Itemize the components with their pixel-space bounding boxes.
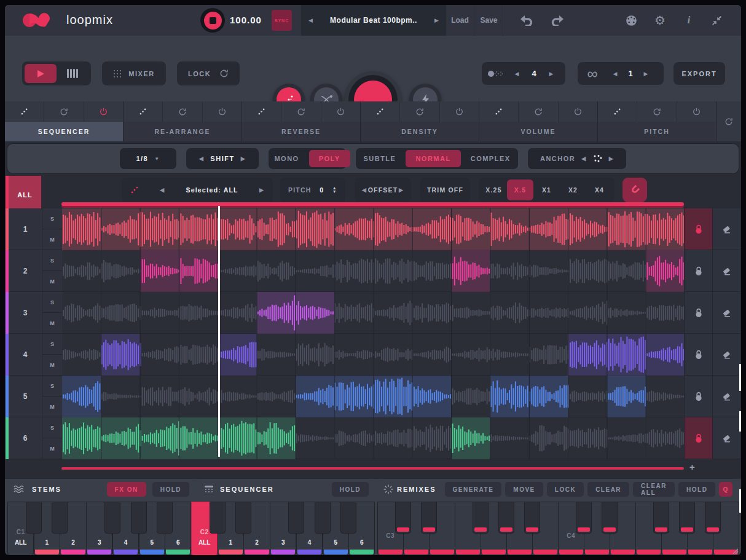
track-erase-button[interactable]	[712, 292, 740, 334]
export-button[interactable]: EXPORT	[673, 62, 725, 85]
track-erase-button[interactable]	[712, 334, 740, 376]
remixes-clear-all-button[interactable]: CLEAR ALL	[633, 482, 675, 497]
mixer-button[interactable]: MIXER	[102, 61, 166, 85]
mute-button[interactable]: M	[42, 229, 62, 250]
lock-all-button[interactable]: LOCK	[177, 61, 240, 85]
tab-label[interactable]: REVERSE	[242, 122, 360, 141]
keyboard-mode-button[interactable]	[57, 64, 88, 83]
remixes-quantize-button[interactable]: Q	[719, 482, 732, 497]
tab-power-icon[interactable]	[439, 101, 479, 122]
stems-hold-toggle[interactable]: HOLD	[152, 482, 189, 497]
tab-refresh-icon[interactable]	[637, 101, 676, 122]
tabs-refresh-all-icon[interactable]	[717, 101, 741, 141]
infinity-loop-icon[interactable]: ∞	[578, 68, 607, 80]
track-lock-button[interactable]	[684, 250, 712, 292]
remix-black-key[interactable]	[576, 502, 592, 534]
mute-button[interactable]: M	[42, 271, 62, 292]
remix-black-key[interactable]	[679, 502, 695, 534]
tab-refresh-icon[interactable]	[281, 101, 320, 122]
stems-black-key[interactable]	[131, 502, 147, 534]
shift-left-icon[interactable]: ◀	[199, 156, 204, 162]
anchor-right-icon[interactable]: ▶	[609, 156, 614, 162]
track-erase-button[interactable]	[712, 376, 740, 417]
track-number[interactable]: 5	[9, 376, 42, 417]
track-number[interactable]: 3	[9, 292, 42, 334]
speed-option-x2[interactable]: X2	[560, 179, 586, 200]
selected-prev-icon[interactable]: ◀	[160, 187, 165, 193]
remixes-clear-button[interactable]: CLEAR	[587, 482, 629, 497]
tab-label[interactable]: PITCH	[598, 122, 716, 141]
solo-button[interactable]: S	[42, 208, 62, 229]
remix-black-key[interactable]	[705, 502, 721, 534]
info-icon[interactable]: i	[682, 14, 696, 26]
tab-dice-icon[interactable]	[124, 101, 162, 122]
track-waveform-lane[interactable]	[62, 376, 685, 417]
track-erase-button[interactable]	[712, 250, 740, 292]
mono-option[interactable]: MONO	[264, 150, 308, 167]
remix-black-key[interactable]	[421, 502, 437, 534]
stems-black-key[interactable]	[235, 502, 251, 534]
sync-button[interactable]: SYNC	[272, 10, 292, 31]
bottom-progress-bar[interactable]	[61, 467, 684, 470]
tab-power-icon[interactable]	[202, 101, 241, 122]
track-number[interactable]: 4	[9, 334, 42, 376]
track-lock-button[interactable]	[684, 376, 712, 417]
subtle-option[interactable]: SUBTLE	[353, 150, 406, 167]
anchor-left-icon[interactable]: ◀	[581, 156, 586, 162]
remixes-move-button[interactable]: MOVE	[505, 482, 543, 497]
stems-black-key[interactable]	[288, 502, 304, 534]
speed-option-x.5[interactable]: X.5	[507, 179, 533, 200]
loop-progress-bar[interactable]	[61, 202, 684, 206]
remixes-generate-button[interactable]: GENERATE	[445, 482, 502, 497]
tab-dice-icon[interactable]	[479, 101, 518, 122]
loop-next-icon[interactable]: ▶	[638, 71, 654, 77]
solo-button[interactable]: S	[42, 250, 62, 271]
load-button[interactable]: Load	[446, 5, 474, 36]
speed-option-x.25[interactable]: X.25	[481, 179, 507, 200]
track-waveform-lane[interactable]	[62, 334, 685, 376]
add-column-button[interactable]: +	[689, 462, 695, 472]
solo-button[interactable]: S	[42, 376, 62, 396]
tab-refresh-icon[interactable]	[44, 101, 83, 122]
loop-prev-icon[interactable]: ◀	[607, 71, 623, 77]
solo-button[interactable]: S	[42, 292, 62, 313]
complex-option[interactable]: COMPLEX	[461, 150, 520, 167]
mute-button[interactable]: M	[42, 396, 62, 417]
remix-black-key[interactable]	[498, 502, 514, 534]
tab-dice-icon[interactable]	[598, 101, 637, 122]
selected-next-icon[interactable]: ▶	[259, 187, 264, 193]
pitch-down-icon[interactable]: ▼	[332, 190, 337, 194]
preset-next-icon[interactable]: ▶	[434, 17, 439, 23]
midi-icon[interactable]	[624, 14, 638, 26]
track-erase-button[interactable]	[712, 417, 740, 459]
undo-icon[interactable]	[520, 14, 533, 26]
mute-button[interactable]: M	[42, 313, 62, 334]
speed-option-x4[interactable]: X4	[586, 179, 613, 200]
normal-option[interactable]: NORMAL	[406, 150, 460, 167]
tab-label[interactable]: VOLUME	[479, 122, 597, 141]
mute-button[interactable]: M	[42, 355, 62, 376]
track-waveform-lane[interactable]	[62, 292, 685, 334]
track-waveform-lane[interactable]	[62, 417, 685, 459]
collapse-window-icon[interactable]	[710, 14, 723, 26]
poly-option[interactable]: POLY	[309, 150, 350, 167]
track-waveform-lane[interactable]	[62, 208, 685, 250]
stems-black-key[interactable]	[157, 502, 173, 534]
offset-right-icon[interactable]: ▶	[399, 187, 404, 193]
solo-button[interactable]: S	[42, 334, 62, 355]
settings-gear-icon[interactable]: ⚙	[653, 14, 667, 26]
track-number[interactable]: 6	[9, 417, 42, 459]
bpm-display[interactable]: 100.00	[230, 15, 262, 25]
stems-black-key[interactable]	[104, 502, 120, 534]
tab-power-icon[interactable]	[677, 101, 716, 122]
preset-prev-icon[interactable]: ◀	[308, 17, 313, 23]
remix-black-key[interactable]	[653, 502, 669, 534]
tab-dice-icon[interactable]	[361, 101, 399, 122]
remixes-lock-button[interactable]: LOCK	[547, 482, 584, 497]
tab-label[interactable]: DENSITY	[361, 122, 479, 141]
offset-left-icon[interactable]: ◀	[362, 187, 367, 193]
remix-black-key[interactable]	[602, 502, 618, 534]
save-button[interactable]: Save	[475, 5, 503, 36]
tab-refresh-icon[interactable]	[162, 101, 202, 122]
tab-power-icon[interactable]	[321, 101, 360, 122]
